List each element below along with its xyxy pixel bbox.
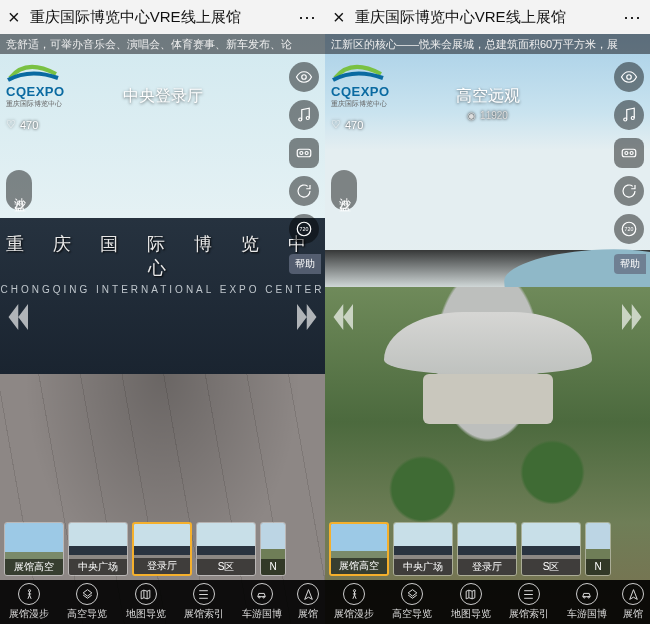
aerial-icon — [76, 583, 98, 605]
logo-brand: CQEXPO — [331, 84, 390, 99]
svg-point-4 — [300, 152, 303, 155]
nav-label: 高空导览 — [392, 607, 432, 621]
svg-rect-3 — [297, 149, 311, 157]
nav-walk[interactable]: 展馆漫步 — [0, 580, 58, 624]
index-icon — [518, 583, 540, 605]
eye-icon[interactable] — [614, 62, 644, 92]
index-icon — [193, 583, 215, 605]
close-icon[interactable]: × — [333, 7, 345, 27]
svg-point-11 — [627, 75, 632, 80]
thumb-4[interactable]: N — [260, 522, 286, 576]
thumbnail-strip: 展馆高空中央广场登录厅S区N — [0, 522, 325, 580]
eye-icon[interactable] — [289, 62, 319, 92]
nav-walk[interactable]: 展馆漫步 — [325, 580, 383, 624]
nav-nav[interactable]: 展馆 — [291, 580, 325, 624]
nav-car[interactable]: 车游国博 — [558, 580, 616, 624]
thumb-3[interactable]: S区 — [196, 522, 256, 576]
bottom-nav: 展馆漫步高空导览地图导览展馆索引车游国博展馆 — [325, 580, 650, 624]
car-icon — [251, 583, 273, 605]
svg-point-8 — [28, 589, 30, 591]
thumb-label: S区 — [522, 559, 580, 575]
nav-label: 展馆 — [298, 607, 318, 621]
svg-point-15 — [625, 152, 628, 155]
nav-index[interactable]: 展馆索引 — [500, 580, 558, 624]
map-icon — [460, 583, 482, 605]
music-icon[interactable] — [614, 100, 644, 130]
more-icon[interactable]: ⋯ — [623, 6, 642, 28]
nav-nav[interactable]: 展馆 — [616, 580, 650, 624]
brand-logo[interactable]: CQEXPO 重庆国际博览中心 — [331, 62, 390, 109]
vr-icon[interactable] — [614, 138, 644, 168]
svg-point-19 — [353, 589, 355, 591]
thumb-3[interactable]: S区 — [521, 522, 581, 576]
sandbox-button[interactable]: 沙盘 — [331, 170, 357, 210]
title-bar: × 重庆国际博览中心VRE线上展馆 ⋯ — [0, 0, 325, 34]
aerial-icon — [401, 583, 423, 605]
tool-rail: 720 — [614, 62, 644, 244]
tool-rail: 720 — [289, 62, 319, 244]
scroll-banner: 江新区的核心——悦来会展城，总建筑面积60万平方米，展 — [325, 34, 650, 54]
vr-icon[interactable] — [289, 138, 319, 168]
thumb-4[interactable]: N — [585, 522, 611, 576]
thumb-label: 登录厅 — [458, 559, 516, 575]
thumb-label: N — [261, 559, 285, 575]
brand-logo[interactable]: CQEXPO 重庆国际博览中心 — [6, 62, 65, 109]
nav-aerial[interactable]: 高空导览 — [58, 580, 116, 624]
nav-label: 展馆索引 — [509, 607, 549, 621]
svg-text:720: 720 — [300, 226, 309, 232]
thumb-2[interactable]: 登录厅 — [457, 522, 517, 576]
nav-index[interactable]: 展馆索引 — [175, 580, 233, 624]
music-icon[interactable] — [289, 100, 319, 130]
scene-title: 中央登录厅 — [123, 86, 203, 107]
eye-small-icon: ◉ — [467, 110, 476, 121]
panel-left: 重 庆 国 际 博 览 中 心 CHONGQING INTERNATIONAL … — [0, 0, 325, 624]
thumb-label: 中央广场 — [394, 559, 452, 575]
nav-map[interactable]: 地图导览 — [116, 580, 174, 624]
nav-icon — [622, 583, 644, 605]
scene-title: 高空远观 — [456, 86, 520, 107]
help-button[interactable]: 帮助 — [614, 254, 646, 274]
title-bar: × 重庆国际博览中心VRE线上展馆 ⋯ — [325, 0, 650, 34]
thumb-1[interactable]: 中央广场 — [68, 522, 128, 576]
nav-label: 展馆 — [623, 607, 643, 621]
nav-label: 展馆漫步 — [9, 607, 49, 621]
sandbox-button[interactable]: 沙盘 — [6, 170, 32, 210]
view-count: 11920 — [480, 110, 508, 121]
next-arrow-icon[interactable] — [297, 300, 323, 334]
like-counter[interactable]: ♡ 470 — [331, 118, 363, 131]
more-icon[interactable]: ⋯ — [298, 6, 317, 28]
nav-label: 展馆漫步 — [334, 607, 374, 621]
thumb-2[interactable]: 登录厅 — [132, 522, 192, 576]
thumb-0[interactable]: 展馆高空 — [4, 522, 64, 576]
prev-arrow-icon[interactable] — [327, 300, 353, 334]
thumb-label: 展馆高空 — [331, 558, 387, 574]
nav-label: 车游国博 — [567, 607, 607, 621]
map-icon — [135, 583, 157, 605]
720-icon[interactable]: 720 — [289, 214, 319, 244]
logo-sub: 重庆国际博览中心 — [6, 99, 65, 109]
720-icon[interactable]: 720 — [614, 214, 644, 244]
heart-icon: ♡ — [6, 118, 16, 131]
logo-sub: 重庆国际博览中心 — [331, 99, 390, 109]
thumbnail-strip: 展馆高空中央广场登录厅S区N — [325, 522, 650, 580]
rotate-icon[interactable] — [289, 176, 319, 206]
nav-car[interactable]: 车游国博 — [233, 580, 291, 624]
thumb-0[interactable]: 展馆高空 — [329, 522, 389, 576]
rotate-icon[interactable] — [614, 176, 644, 206]
panel-right: × 重庆国际博览中心VRE线上展馆 ⋯ 江新区的核心——悦来会展城，总建筑面积6… — [325, 0, 650, 624]
nav-aerial[interactable]: 高空导览 — [383, 580, 441, 624]
help-button[interactable]: 帮助 — [289, 254, 321, 274]
nav-map[interactable]: 地图导览 — [441, 580, 499, 624]
nav-label: 地图导览 — [126, 607, 166, 621]
like-counter[interactable]: ♡ 470 — [6, 118, 38, 131]
nav-icon — [297, 583, 319, 605]
bottom-nav: 展馆漫步高空导览地图导览展馆索引车游国博展馆 — [0, 580, 325, 624]
svg-point-5 — [305, 152, 308, 155]
close-icon[interactable]: × — [8, 7, 20, 27]
walk-icon — [18, 583, 40, 605]
building-sign: 重 庆 国 际 博 览 中 心 CHONGQING INTERNATIONAL … — [0, 218, 325, 374]
thumb-1[interactable]: 中央广场 — [393, 522, 453, 576]
prev-arrow-icon[interactable] — [2, 300, 28, 334]
svg-text:720: 720 — [625, 226, 634, 232]
next-arrow-icon[interactable] — [622, 300, 648, 334]
